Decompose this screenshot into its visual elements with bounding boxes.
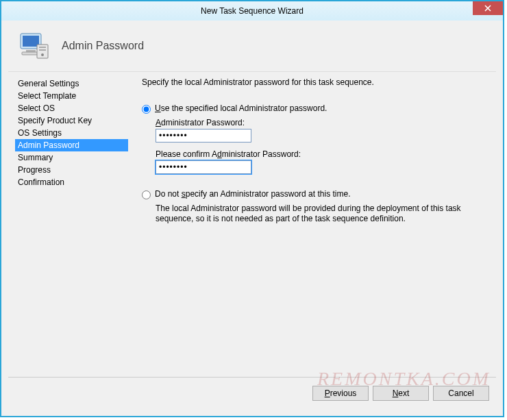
instruction-text: Specify the local Administrator password…	[142, 77, 488, 87]
svg-rect-6	[39, 49, 46, 51]
wizard-content: Specify the local Administrator password…	[128, 72, 496, 377]
wizard-header: Admin Password	[8, 21, 496, 71]
sidebar-item-summary[interactable]: Summary	[15, 151, 128, 164]
wizard-window: New Task Sequence Wizard Admin Password	[0, 0, 504, 417]
computer-icon	[16, 29, 49, 62]
previous-button[interactable]: Previous	[312, 386, 369, 401]
svg-point-7	[41, 53, 44, 56]
sidebar-item-select-os[interactable]: Select OS	[15, 102, 128, 114]
page-title: Admin Password	[62, 40, 144, 52]
option-do-not-specify-note: The local Administrator password will be…	[156, 203, 488, 224]
titlebar: New Task Sequence Wizard	[1, 1, 503, 21]
confirm-password-label: Please confirm Administrator Password:	[156, 149, 488, 159]
password-field[interactable]	[156, 129, 251, 143]
close-icon	[484, 5, 491, 12]
sidebar-item-progress[interactable]: Progress	[15, 164, 128, 176]
sidebar-item-confirmation[interactable]: Confirmation	[15, 176, 128, 188]
wizard-steps-sidebar: General SettingsSelect TemplateSelect OS…	[8, 72, 128, 377]
next-button[interactable]: Next	[373, 386, 429, 401]
option-use-specified-label: Use the specified local Administrator pa…	[155, 103, 327, 113]
cancel-button[interactable]: Cancel	[433, 386, 489, 401]
radio-use-specified[interactable]	[142, 105, 151, 114]
sidebar-item-select-template[interactable]: Select Template	[15, 90, 128, 102]
sidebar-item-general-settings[interactable]: General Settings	[15, 77, 128, 90]
password-label: Administrator Password:	[156, 118, 488, 127]
radio-do-not-specify[interactable]	[142, 190, 151, 199]
svg-rect-1	[23, 36, 39, 47]
confirm-password-field[interactable]	[156, 160, 251, 174]
option-use-specified[interactable]: Use the specified local Administrator pa…	[142, 103, 488, 114]
sidebar-item-os-settings[interactable]: OS Settings	[15, 127, 128, 139]
option-do-not-specify-label: Do not specify an Administrator password…	[155, 189, 350, 199]
svg-rect-5	[39, 47, 46, 48]
close-button[interactable]	[473, 1, 503, 15]
option-do-not-specify[interactable]: Do not specify an Administrator password…	[142, 189, 488, 199]
sidebar-item-admin-password[interactable]: Admin Password	[15, 139, 128, 151]
window-title: New Task Sequence Wizard	[201, 6, 304, 16]
wizard-footer: Previous Next Cancel	[8, 377, 496, 409]
sidebar-item-specify-product-key[interactable]: Specify Product Key	[15, 114, 128, 127]
